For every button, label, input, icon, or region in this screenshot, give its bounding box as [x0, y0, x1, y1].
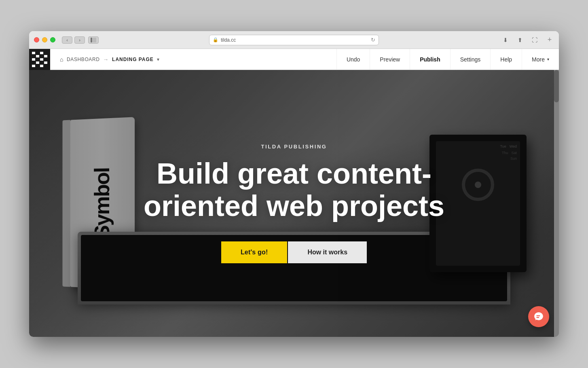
logo-cell — [40, 65, 43, 67]
logo-cell — [36, 58, 39, 61]
home-icon[interactable]: ⌂ — [60, 56, 63, 63]
navbar-right: Undo Preview Publish Settings Help More … — [336, 49, 559, 70]
mac-window: ‹ › 🔒 tilda.cc ↻ ⬇ ⬆ ⛶ + — [29, 31, 559, 337]
chat-bubble-button[interactable] — [528, 306, 549, 327]
logo-cell — [32, 65, 35, 67]
undo-button[interactable]: Undo — [336, 49, 370, 70]
more-label: More — [532, 56, 545, 63]
logo-cell — [40, 52, 43, 54]
more-button[interactable]: More ▾ — [522, 49, 559, 70]
chevron-down-icon: ▾ — [547, 57, 549, 61]
titlebar-right-buttons: ⬇ ⬆ ⛶ + — [500, 36, 554, 44]
browser-nav-buttons: ‹ › — [62, 36, 85, 44]
logo-cell — [36, 65, 39, 67]
logo-cell — [36, 55, 39, 57]
navbar-left: ⌂ DASHBOARD → LANDING PAGE ▾ — [57, 56, 336, 63]
cta-secondary-button[interactable]: How it works — [288, 241, 367, 263]
close-button[interactable] — [34, 37, 39, 42]
app-navbar: ⌂ DASHBOARD → LANDING PAGE ▾ Undo Previe… — [29, 49, 559, 70]
logo-cell — [44, 58, 47, 61]
logo-cell — [32, 58, 35, 61]
logo-cell — [36, 61, 39, 64]
address-bar-container: 🔒 tilda.cc ↻ — [209, 35, 379, 45]
logo-cell — [32, 55, 35, 57]
url-text: tilda.cc — [221, 37, 236, 43]
logo-cell — [44, 61, 47, 64]
breadcrumb-dropdown-arrow[interactable]: ▾ — [157, 57, 160, 62]
download-icon-btn[interactable]: ⬇ — [500, 36, 511, 44]
logo-cell — [44, 65, 47, 67]
logo-cell — [40, 55, 43, 57]
tilda-logo — [29, 49, 50, 70]
logo-cell — [40, 58, 43, 61]
logo-cell — [32, 52, 35, 54]
title-bar: ‹ › 🔒 tilda.cc ↻ ⬇ ⬆ ⛶ + — [29, 31, 559, 49]
sidebar-toggle-button[interactable] — [88, 36, 99, 44]
hero-buttons: Let's go! How it works — [221, 241, 367, 263]
new-tab-button[interactable]: + — [545, 36, 554, 44]
breadcrumb-dashboard[interactable]: DASHBOARD — [67, 57, 99, 62]
preview-button[interactable]: Preview — [370, 49, 410, 70]
breadcrumb-separator: → — [103, 56, 109, 63]
logo-cell — [40, 61, 43, 64]
minimize-button[interactable] — [42, 37, 47, 42]
logo-cell — [32, 61, 35, 64]
logo-cell — [44, 55, 47, 57]
cta-primary-button[interactable]: Let's go! — [221, 241, 287, 263]
hero-subtitle: TILDA PUBLISHING — [261, 144, 327, 150]
lock-icon: 🔒 — [213, 37, 218, 42]
breadcrumb-current-page: LANDING PAGE — [112, 57, 154, 62]
help-button[interactable]: Help — [490, 49, 522, 70]
traffic-lights — [34, 37, 55, 42]
address-bar[interactable]: 🔒 tilda.cc ↻ — [209, 35, 379, 45]
content-area: TueWed ThuSat Sun TILDA PUBLISHING Build… — [29, 70, 559, 337]
hero-title: Build great content-oriented web project… — [112, 158, 476, 222]
publish-button[interactable]: Publish — [410, 49, 450, 70]
share-icon-btn[interactable]: ⬆ — [514, 36, 526, 44]
settings-button[interactable]: Settings — [450, 49, 491, 70]
maximize-button[interactable] — [50, 37, 55, 42]
logo-cell — [44, 52, 47, 54]
svg-rect-0 — [91, 38, 92, 42]
fullscreen-icon-btn[interactable]: ⛶ — [529, 36, 540, 44]
forward-button[interactable]: › — [74, 36, 85, 44]
breadcrumb: ⌂ DASHBOARD → LANDING PAGE ▾ — [60, 56, 159, 63]
hero-content: TILDA PUBLISHING Build great content-ori… — [29, 70, 559, 337]
back-button[interactable]: ‹ — [62, 36, 72, 44]
reload-icon[interactable]: ↻ — [371, 37, 375, 43]
logo-cell — [36, 52, 39, 54]
chat-icon — [533, 311, 544, 322]
svg-rect-1 — [93, 38, 96, 42]
